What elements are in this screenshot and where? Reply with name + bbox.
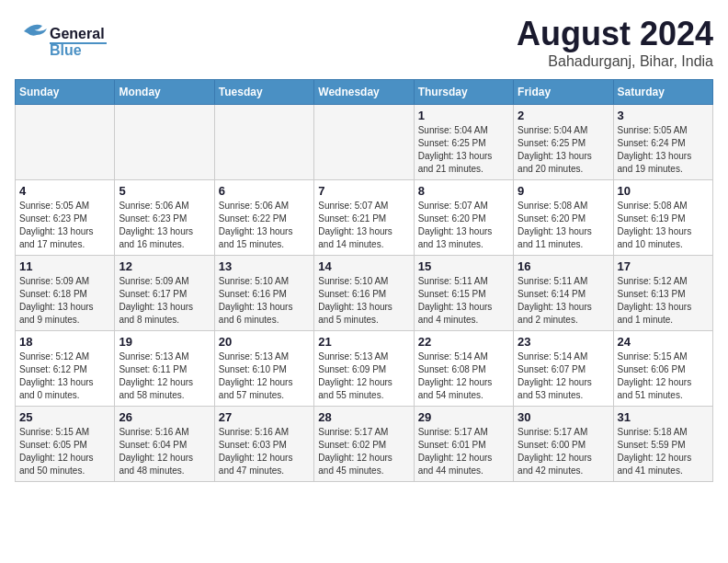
svg-text:General: General [50,26,105,41]
weekday-header-wednesday: Wednesday [314,80,414,105]
day-info: Sunrise: 5:04 AMSunset: 6:25 PMDaylight:… [518,124,609,176]
day-number: 15 [418,259,509,273]
day-info: Sunrise: 5:07 AMSunset: 6:21 PMDaylight:… [318,200,409,251]
day-number: 10 [618,184,709,198]
day-number: 6 [219,184,310,198]
calendar-cell: 7Sunrise: 5:07 AMSunset: 6:21 PMDaylight… [314,180,414,256]
day-number: 21 [318,335,409,349]
day-info: Sunrise: 5:08 AMSunset: 6:20 PMDaylight:… [518,200,609,251]
calendar-cell: 23Sunrise: 5:14 AMSunset: 6:07 PMDayligh… [514,331,613,407]
day-number: 27 [219,410,310,424]
day-number: 20 [219,335,310,349]
day-number: 25 [19,410,110,424]
weekday-header-row: SundayMondayTuesdayWednesdayThursdayFrid… [16,80,713,105]
day-info: Sunrise: 5:13 AMSunset: 6:09 PMDaylight:… [318,350,409,402]
day-number: 29 [418,410,509,424]
weekday-header-thursday: Thursday [414,80,513,105]
day-info: Sunrise: 5:18 AMSunset: 5:59 PMDaylight:… [618,426,709,477]
day-info: Sunrise: 5:07 AMSunset: 6:20 PMDaylight:… [418,200,509,251]
calendar-cell: 4Sunrise: 5:05 AMSunset: 6:23 PMDaylight… [16,180,115,256]
calendar-cell: 6Sunrise: 5:06 AMSunset: 6:22 PMDaylight… [214,180,313,256]
day-number: 31 [618,410,709,424]
calendar-cell [16,105,115,180]
day-number: 3 [618,109,709,122]
calendar-cell: 26Sunrise: 5:16 AMSunset: 6:04 PMDayligh… [115,407,214,482]
calendar-cell: 22Sunrise: 5:14 AMSunset: 6:08 PMDayligh… [414,331,513,407]
calendar-cell: 13Sunrise: 5:10 AMSunset: 6:16 PMDayligh… [214,256,313,331]
day-number: 28 [318,410,409,424]
day-info: Sunrise: 5:11 AMSunset: 6:15 PMDaylight:… [418,275,509,327]
day-number: 5 [119,184,210,198]
calendar-cell: 25Sunrise: 5:15 AMSunset: 6:05 PMDayligh… [16,407,115,482]
weekday-header-saturday: Saturday [613,80,712,105]
weekday-header-tuesday: Tuesday [214,80,313,105]
day-info: Sunrise: 5:06 AMSunset: 6:23 PMDaylight:… [119,200,210,251]
day-info: Sunrise: 5:16 AMSunset: 6:03 PMDaylight:… [219,426,310,477]
header: General Blue August 2024 Bahadurganj, Bi… [15,15,713,70]
day-info: Sunrise: 5:05 AMSunset: 6:23 PMDaylight:… [19,200,110,251]
day-number: 1 [418,109,509,122]
calendar-week-5: 25Sunrise: 5:15 AMSunset: 6:05 PMDayligh… [16,407,713,482]
calendar-week-2: 4Sunrise: 5:05 AMSunset: 6:23 PMDaylight… [16,180,713,256]
calendar-cell: 18Sunrise: 5:12 AMSunset: 6:12 PMDayligh… [16,331,115,407]
calendar-week-3: 11Sunrise: 5:09 AMSunset: 6:18 PMDayligh… [16,256,713,331]
calendar-cell: 16Sunrise: 5:11 AMSunset: 6:14 PMDayligh… [514,256,613,331]
calendar-cell: 8Sunrise: 5:07 AMSunset: 6:20 PMDaylight… [414,180,513,256]
calendar-week-1: 1Sunrise: 5:04 AMSunset: 6:25 PMDaylight… [16,105,713,180]
weekday-header-sunday: Sunday [16,80,115,105]
calendar-cell: 20Sunrise: 5:13 AMSunset: 6:10 PMDayligh… [214,331,313,407]
main-title: August 2024 [517,15,713,53]
day-number: 18 [19,335,110,349]
calendar-cell: 24Sunrise: 5:15 AMSunset: 6:06 PMDayligh… [613,331,712,407]
day-info: Sunrise: 5:12 AMSunset: 6:12 PMDaylight:… [19,350,110,402]
day-number: 11 [19,259,110,273]
weekday-header-monday: Monday [115,80,214,105]
calendar-week-4: 18Sunrise: 5:12 AMSunset: 6:12 PMDayligh… [16,331,713,407]
svg-text:Blue: Blue [50,42,82,58]
day-number: 24 [618,335,709,349]
day-info: Sunrise: 5:17 AMSunset: 6:01 PMDaylight:… [418,426,509,477]
day-number: 4 [19,184,110,198]
calendar-cell: 12Sunrise: 5:09 AMSunset: 6:17 PMDayligh… [115,256,214,331]
day-number: 17 [618,259,709,273]
day-number: 22 [418,335,509,349]
calendar-cell: 17Sunrise: 5:12 AMSunset: 6:13 PMDayligh… [613,256,712,331]
day-info: Sunrise: 5:10 AMSunset: 6:16 PMDaylight:… [318,275,409,327]
day-info: Sunrise: 5:05 AMSunset: 6:24 PMDaylight:… [618,124,709,176]
calendar-cell [314,105,414,180]
day-info: Sunrise: 5:17 AMSunset: 6:00 PMDaylight:… [518,426,609,477]
day-info: Sunrise: 5:16 AMSunset: 6:04 PMDaylight:… [119,426,210,477]
title-area: August 2024 Bahadurganj, Bihar, India [517,15,713,70]
day-info: Sunrise: 5:08 AMSunset: 6:19 PMDaylight:… [618,200,709,251]
day-info: Sunrise: 5:13 AMSunset: 6:11 PMDaylight:… [119,350,210,402]
day-info: Sunrise: 5:04 AMSunset: 6:25 PMDaylight:… [418,124,509,176]
calendar-body: 1Sunrise: 5:04 AMSunset: 6:25 PMDaylight… [16,105,713,482]
calendar-cell: 5Sunrise: 5:06 AMSunset: 6:23 PMDaylight… [115,180,214,256]
calendar-cell: 9Sunrise: 5:08 AMSunset: 6:20 PMDaylight… [514,180,613,256]
calendar-cell: 31Sunrise: 5:18 AMSunset: 5:59 PMDayligh… [613,407,712,482]
day-info: Sunrise: 5:06 AMSunset: 6:22 PMDaylight:… [219,200,310,251]
day-number: 8 [418,184,509,198]
calendar-cell: 29Sunrise: 5:17 AMSunset: 6:01 PMDayligh… [414,407,513,482]
day-number: 9 [518,184,609,198]
day-number: 26 [119,410,210,424]
calendar-cell [115,105,214,180]
calendar-cell: 3Sunrise: 5:05 AMSunset: 6:24 PMDaylight… [613,105,712,180]
day-number: 19 [119,335,210,349]
day-number: 23 [518,335,609,349]
day-number: 14 [318,259,409,273]
day-info: Sunrise: 5:09 AMSunset: 6:17 PMDaylight:… [119,275,210,327]
calendar-cell: 27Sunrise: 5:16 AMSunset: 6:03 PMDayligh… [214,407,313,482]
day-number: 16 [518,259,609,273]
logo: General Blue [15,15,116,65]
day-number: 30 [518,410,609,424]
calendar-cell: 30Sunrise: 5:17 AMSunset: 6:00 PMDayligh… [514,407,613,482]
calendar: SundayMondayTuesdayWednesdayThursdayFrid… [15,79,713,482]
weekday-header-friday: Friday [514,80,613,105]
calendar-cell: 19Sunrise: 5:13 AMSunset: 6:11 PMDayligh… [115,331,214,407]
day-number: 12 [119,259,210,273]
day-number: 13 [219,259,310,273]
day-info: Sunrise: 5:14 AMSunset: 6:07 PMDaylight:… [518,350,609,402]
day-info: Sunrise: 5:11 AMSunset: 6:14 PMDaylight:… [518,275,609,327]
calendar-cell: 2Sunrise: 5:04 AMSunset: 6:25 PMDaylight… [514,105,613,180]
